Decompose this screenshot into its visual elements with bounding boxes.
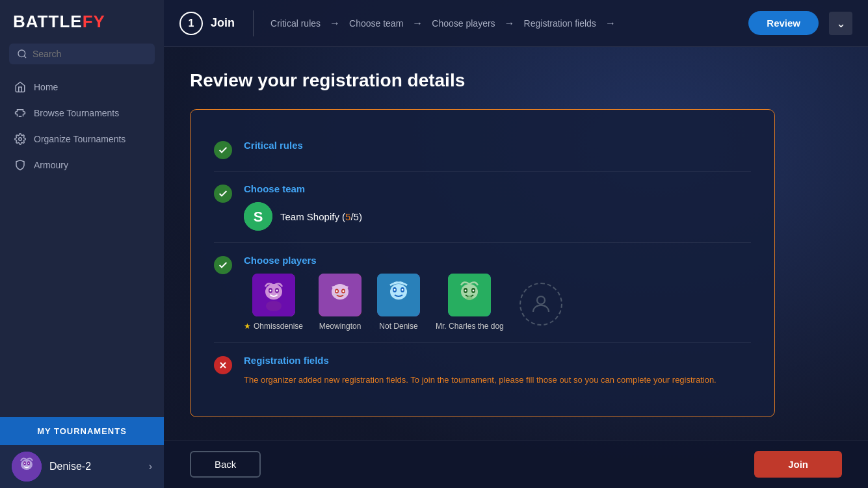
player-avatar-ohmissdenise — [252, 274, 295, 316]
section-title-critical-rules[interactable]: Critical rules — [244, 140, 751, 151]
wizard-step-registration-fields-label: Registration fields — [524, 18, 596, 29]
svg-point-15 — [269, 290, 271, 292]
wizard-arrow-4: → — [605, 18, 616, 29]
tournament-chevron-icon: › — [149, 461, 152, 472]
player-avatar-not-denise — [377, 274, 420, 316]
home-icon — [14, 81, 26, 93]
svg-point-31 — [402, 289, 404, 291]
sidebar-item-browse[interactable]: Browse Tournaments — [5, 101, 159, 125]
logo-battle: BATTLE — [13, 12, 83, 31]
section-title-choose-players[interactable]: Choose players — [244, 255, 751, 266]
svg-point-0 — [18, 50, 25, 57]
player-name-3: Not Denise — [379, 322, 417, 331]
player-item-meowington: Meowington — [319, 274, 362, 331]
content-area: Review your registration details Critica… — [164, 47, 868, 440]
team-avatar: S — [244, 202, 272, 231]
tournament-entry[interactable]: Denise-2 › — [0, 445, 164, 488]
section-choose-players: Choose players — [214, 243, 751, 343]
svg-point-4 — [21, 459, 33, 470]
player-item-ohmissdenise: ★ Ohmissdenise — [244, 274, 303, 331]
wizard-step-critical-rules[interactable]: Critical rules — [264, 18, 327, 29]
svg-point-38 — [466, 296, 473, 300]
svg-line-1 — [24, 56, 26, 58]
tournament-avatar-icon — [12, 452, 42, 482]
step-circle: 1 — [179, 12, 203, 35]
shield-icon — [14, 159, 26, 171]
trophy-icon — [14, 107, 26, 119]
player-avatar-empty — [519, 283, 562, 326]
sidebar-item-organize-label: Organize Tournaments — [34, 134, 125, 144]
wizard-step-choose-team[interactable]: Choose team — [343, 18, 410, 29]
check-icon-choose-team — [218, 188, 228, 199]
wizard-bar: 1 Join Critical rules → Choose team → Ch… — [164, 0, 868, 47]
svg-text:S: S — [254, 209, 263, 225]
nav-items: Home Browse Tournaments Organize Tournam… — [0, 75, 164, 177]
svg-point-39 — [537, 296, 545, 304]
back-button[interactable]: Back — [190, 451, 261, 478]
step-label: Join — [211, 16, 235, 30]
section-content-choose-players: Choose players — [244, 255, 751, 331]
player-item-mr-charles: Mr. Charles the dog — [436, 274, 504, 331]
section-content-registration-fields: Registration fields The organizer added … — [244, 355, 751, 387]
wizard-arrow-1: → — [330, 18, 340, 29]
sidebar-item-armoury-label: Armoury — [34, 160, 68, 170]
star-icon-1: ★ — [244, 322, 251, 331]
wizard-step-registration-fields[interactable]: Registration fields — [518, 18, 603, 29]
svg-point-27 — [390, 284, 407, 300]
player-item-empty — [519, 283, 562, 331]
wizard-step-critical-rules-label: Critical rules — [270, 18, 321, 29]
sidebar: BATTLEFY Home Browse Tournaments Organiz… — [0, 0, 164, 488]
section-registration-fields: Registration fields The organizer added … — [214, 343, 751, 398]
sidebar-item-home-label: Home — [34, 82, 58, 92]
wizard-step-choose-players-label: Choose players — [432, 18, 495, 29]
section-title-choose-team[interactable]: Choose team — [244, 183, 751, 194]
settings-icon — [14, 133, 26, 145]
svg-point-7 — [24, 463, 25, 464]
wizard-divider — [253, 10, 254, 36]
svg-point-37 — [473, 290, 475, 292]
svg-point-8 — [28, 463, 29, 464]
team-fraction: 5 — [345, 211, 350, 222]
sidebar-item-organize[interactable]: Organize Tournaments — [5, 127, 159, 151]
main-content: 1 Join Critical rules → Choose team → Ch… — [164, 0, 868, 488]
logo: BATTLEFY — [0, 0, 164, 44]
tournament-name: Denise-2 — [49, 461, 91, 472]
player-char-icon-4 — [448, 274, 491, 316]
logo-fy: FY — [83, 12, 105, 31]
team-row: S Team Shopify (5/5) — [244, 202, 751, 231]
review-button[interactable]: Review — [748, 11, 819, 35]
sidebar-item-armoury[interactable]: Armoury — [5, 153, 159, 177]
search-box[interactable] — [9, 44, 155, 64]
status-icon-choose-team — [214, 185, 232, 203]
svg-point-12 — [265, 284, 282, 300]
wizard-step-1: 1 Join — [179, 12, 235, 35]
svg-point-23 — [343, 290, 345, 292]
player-avatar-mr-charles — [448, 274, 491, 316]
players-row: ★ Ohmissdenise — [244, 274, 751, 331]
wizard-arrow-3: → — [505, 18, 515, 29]
sidebar-item-browse-label: Browse Tournaments — [34, 108, 119, 118]
tournament-avatar — [12, 452, 42, 482]
join-button[interactable]: Join — [754, 451, 842, 478]
person-icon-empty — [529, 292, 553, 316]
section-content-critical-rules: Critical rules — [244, 140, 751, 159]
wizard-dropdown-button[interactable]: ⌄ — [829, 12, 852, 35]
player-name-1: Ohmissdenise — [254, 322, 303, 331]
review-card: Critical rules Choose team S — [190, 109, 775, 417]
section-title-registration-fields[interactable]: Registration fields — [244, 355, 751, 366]
x-icon-registration-fields — [218, 360, 228, 370]
section-content-choose-team: Choose team S Team Shopify (5/5) — [244, 183, 751, 231]
svg-point-2 — [19, 138, 22, 141]
svg-point-22 — [336, 290, 338, 292]
footer: Back Join — [164, 440, 868, 488]
wizard-step-choose-players[interactable]: Choose players — [425, 18, 501, 29]
search-input[interactable] — [33, 49, 147, 59]
svg-point-30 — [394, 289, 396, 291]
player-avatar-meowington — [319, 274, 362, 316]
status-icon-critical-rules — [214, 141, 232, 159]
sidebar-item-home[interactable]: Home — [5, 75, 159, 99]
player-name-wrap-1: ★ Ohmissdenise — [244, 322, 303, 331]
player-name-2: Meowington — [319, 322, 362, 331]
player-item-not-denise: Not Denise — [377, 274, 420, 331]
registration-fields-error-text: The organizer added new registration fie… — [244, 374, 751, 387]
